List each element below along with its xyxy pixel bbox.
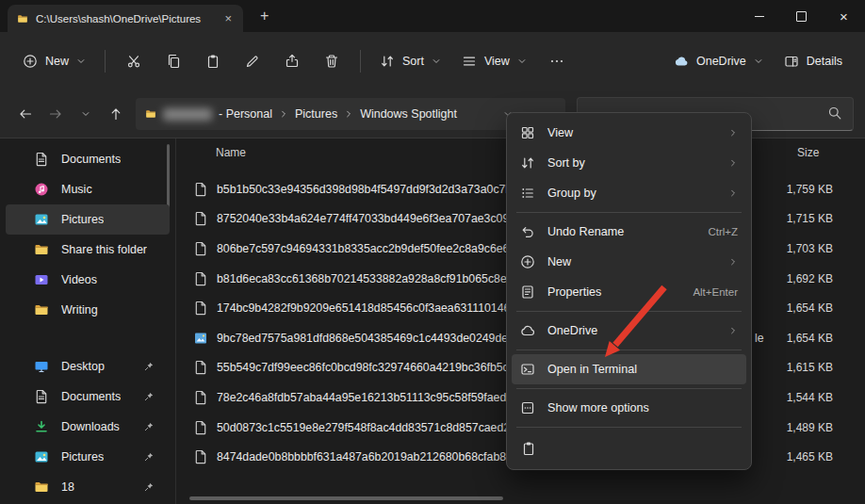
file-name-occluded-tail: le: [755, 332, 764, 345]
forward-button[interactable]: [41, 100, 70, 128]
menu-item-group-by[interactable]: Group by: [512, 178, 746, 208]
menu-separator: [516, 350, 742, 350]
file-name: b5b1b50c33e94356d398d98b4f5497dd9f3d2d3a…: [217, 183, 537, 196]
sidebar-item-label: Writing: [61, 303, 98, 317]
column-header-size[interactable]: Size: [797, 146, 819, 159]
grid-icon: [520, 125, 535, 140]
delete-button[interactable]: [313, 45, 351, 77]
menu-item-view[interactable]: View: [512, 118, 746, 148]
sidebar-item-label: Documents: [61, 153, 121, 166]
tab-close-button[interactable]: ×: [220, 11, 236, 25]
menu-separator: [516, 311, 742, 312]
horizontal-scrollbar[interactable]: [189, 496, 503, 500]
file-size: 1,615 KB: [787, 361, 833, 374]
view-button[interactable]: View: [452, 46, 536, 76]
back-button[interactable]: [11, 100, 40, 128]
sidebar-item-documents[interactable]: Documents: [6, 382, 170, 412]
menu-item-open-in-terminal[interactable]: Open in Terminal: [512, 354, 746, 384]
up-button[interactable]: [102, 100, 130, 128]
sidebar-item-pictures[interactable]: Pictures: [6, 204, 170, 235]
sidebar-item-documents[interactable]: Documents: [6, 144, 170, 174]
copy-icon: [166, 54, 181, 69]
sidebar-item-share-this-folder[interactable]: Share this folder: [6, 235, 170, 265]
file-explorer-window: C:\Users\shash\OneDrive\Pictures × + × N…: [0, 0, 865, 504]
toolbar-divider: [105, 50, 106, 73]
sort-button[interactable]: Sort: [370, 46, 450, 76]
file-name: 806be7c597c94694331b8335acc2b9def50fee2c…: [217, 242, 541, 255]
paste-button[interactable]: [194, 45, 232, 77]
address-bar[interactable]: - Personal Pictures Windows Spotlight: [136, 98, 565, 130]
chevron-right-icon: [728, 158, 738, 168]
explorer-tab[interactable]: C:\Users\shash\OneDrive\Pictures ×: [8, 5, 243, 32]
file-size: 1,654 KB: [787, 301, 833, 315]
menu-item-label: Show more options: [547, 401, 649, 415]
breadcrumb-segment[interactable]: Windows Spotlight: [360, 107, 457, 121]
pictures-icon: [34, 212, 49, 227]
sidebar-item-18[interactable]: 18: [6, 472, 170, 502]
sidebar-item-music[interactable]: Music: [6, 174, 170, 204]
sidebar-section-spacer: [0, 325, 175, 351]
copy-button[interactable]: [155, 45, 192, 77]
chevron-right-icon: [344, 109, 353, 119]
file-name: 9bc78ed7575a981dfd868e504385469c1c4493de…: [217, 332, 540, 345]
cut-button[interactable]: [115, 45, 153, 77]
menu-item-properties[interactable]: PropertiesAlt+Enter: [512, 277, 746, 307]
menu-item-shortcut: Alt+Enter: [693, 286, 738, 298]
file-icon: [193, 241, 208, 256]
file-icon: [193, 390, 208, 405]
pictures-icon: [34, 449, 49, 464]
menu-item-new[interactable]: New: [512, 247, 746, 277]
recent-locations-button[interactable]: [72, 100, 100, 128]
new-button-label: New: [45, 55, 69, 68]
share-icon: [285, 54, 300, 69]
menu-item-undo-rename[interactable]: Undo RenameCtrl+Z: [512, 217, 746, 247]
sidebar-item-label: Downloads: [61, 420, 120, 433]
file-size: 1,489 KB: [787, 421, 833, 434]
sidebar-item-desktop[interactable]: Desktop: [6, 351, 170, 382]
menu-item-sort-by[interactable]: Sort by: [512, 148, 746, 178]
chevron-right-icon: [728, 188, 738, 198]
view-button-label: View: [484, 55, 510, 68]
new-tab-button[interactable]: +: [254, 8, 274, 24]
menu-item-show-more-options[interactable]: Show more options: [512, 393, 746, 423]
plus-circle-icon: [520, 254, 535, 269]
breadcrumb-segment[interactable]: Pictures: [295, 107, 337, 121]
folder-icon: [145, 108, 156, 120]
pin-icon: [143, 451, 155, 463]
sidebar-item-writing[interactable]: Writing: [6, 295, 170, 325]
folder-icon: [34, 480, 49, 495]
column-header-name[interactable]: Name: [216, 146, 246, 159]
sidebar-item-pictures[interactable]: Pictures: [6, 442, 170, 472]
music-icon: [34, 182, 49, 197]
more-options-button[interactable]: [538, 45, 576, 77]
minimize-button[interactable]: [738, 0, 780, 32]
chevron-down-icon: [76, 57, 86, 66]
sidebar-item-label: Desktop: [61, 360, 105, 373]
details-button[interactable]: Details: [775, 46, 852, 76]
file-name: 78e2c46a8fdb57aba44a95e16213b51113c95c58…: [217, 391, 534, 404]
chevron-right-icon: [728, 128, 738, 138]
sidebar-item-downloads[interactable]: Downloads: [6, 412, 170, 442]
menu-item-shortcut: Ctrl+Z: [708, 226, 738, 237]
file-size: 1,544 KB: [787, 391, 833, 404]
file-icon: [193, 182, 208, 197]
maximize-button[interactable]: [780, 0, 823, 32]
menu-item-label: OneDrive: [547, 324, 597, 337]
file-icon: [193, 420, 208, 435]
file-size: 1,692 KB: [787, 272, 833, 285]
menu-clipboard-button[interactable]: [514, 434, 542, 462]
onedrive-status-button[interactable]: OneDrive: [664, 46, 773, 76]
clipboard-icon: [205, 54, 220, 69]
sidebar-item-videos[interactable]: Videos: [6, 265, 170, 295]
close-button[interactable]: ×: [823, 0, 865, 32]
new-button[interactable]: New: [13, 46, 95, 76]
rename-button[interactable]: [234, 45, 271, 77]
file-name: 50d0873c1c5519e8e279f548f8ac4dd83571c8d8…: [217, 421, 542, 434]
sidebar-item-label: Videos: [61, 273, 97, 286]
group-icon: [520, 186, 535, 201]
share-button[interactable]: [273, 45, 311, 77]
videos-icon: [34, 272, 49, 287]
pin-icon: [143, 421, 155, 432]
breadcrumb-segment[interactable]: - Personal: [219, 107, 272, 121]
menu-item-onedrive[interactable]: OneDrive: [512, 316, 746, 346]
